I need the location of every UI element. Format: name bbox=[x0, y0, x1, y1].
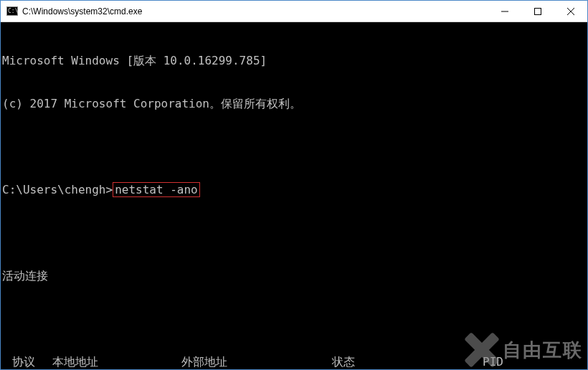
banner-line: (c) 2017 Microsoft Corporation。保留所有权利。 bbox=[2, 97, 586, 111]
section-title: 活动连接 bbox=[2, 269, 586, 283]
close-button[interactable] bbox=[554, 1, 587, 22]
minimize-button[interactable] bbox=[488, 1, 521, 22]
titlebar[interactable]: C:\ C:\Windows\system32\cmd.exe bbox=[1, 1, 587, 22]
header-state: 状态 bbox=[332, 355, 454, 369]
header-pid: PID bbox=[454, 355, 586, 369]
table-header: 协议 本地地址 外部地址 状态 PID bbox=[2, 355, 586, 369]
maximize-button[interactable] bbox=[521, 1, 554, 22]
blank-line bbox=[2, 140, 586, 154]
header-local: 本地地址 bbox=[52, 355, 181, 369]
svg-rect-3 bbox=[535, 8, 541, 14]
prompt-line: C:\Users\chengh>netstat -ano bbox=[2, 183, 586, 197]
window-title: C:\Windows\system32\cmd.exe bbox=[22, 6, 488, 16]
command-highlight: netstat -ano bbox=[113, 182, 200, 197]
header-foreign: 外部地址 bbox=[181, 355, 332, 369]
blank-line bbox=[2, 226, 586, 240]
window-controls bbox=[488, 1, 587, 22]
header-proto: 协议 bbox=[2, 355, 52, 369]
banner-line: Microsoft Windows [版本 10.0.16299.785] bbox=[2, 54, 586, 68]
blank-line bbox=[2, 312, 586, 326]
cmd-icon: C:\ bbox=[6, 6, 18, 17]
terminal-area[interactable]: Microsoft Windows [版本 10.0.16299.785] (c… bbox=[1, 22, 587, 369]
prompt: C:\Users\chengh> bbox=[2, 183, 113, 196]
svg-text:C:\: C:\ bbox=[8, 8, 18, 14]
app-window: C:\ C:\Windows\system32\cmd.exe Microsof… bbox=[0, 0, 588, 370]
